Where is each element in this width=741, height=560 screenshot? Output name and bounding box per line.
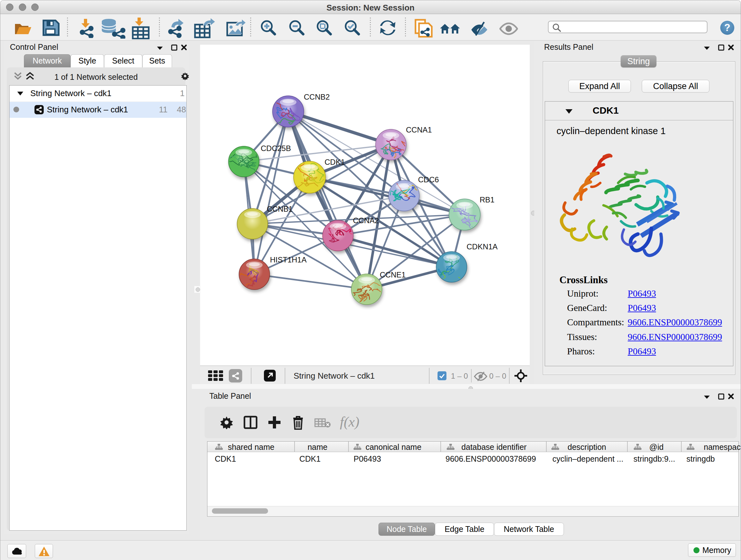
svg-text:CCNA1: CCNA1 [406,125,432,134]
svg-text:CDC25B: CDC25B [261,144,291,152]
svg-text:CCNB2: CCNB2 [304,92,330,101]
svg-text:CDC6: CDC6 [418,175,439,184]
svg-text:CDK1: CDK1 [325,158,345,166]
svg-text:CCNB1: CCNB1 [267,205,293,213]
svg-text:CCNE1: CCNE1 [380,270,406,279]
svg-text:HIST1H1A: HIST1H1A [270,255,307,264]
svg-text:CCNA2: CCNA2 [353,216,379,225]
svg-text:CDKN1A: CDKN1A [467,242,497,251]
svg-text:RB1: RB1 [480,195,495,204]
